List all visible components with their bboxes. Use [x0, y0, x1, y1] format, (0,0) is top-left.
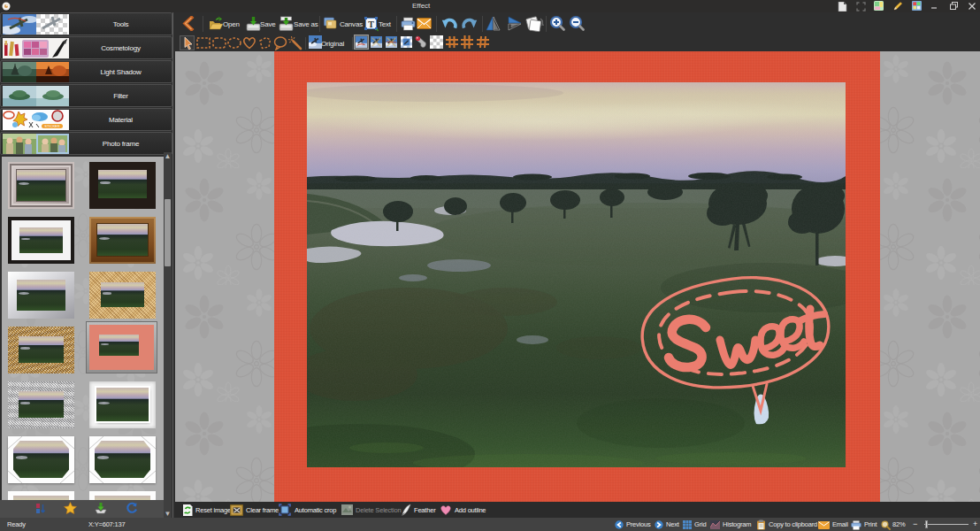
svg-text:T: T	[368, 19, 374, 29]
svg-text:STICKER: STICKER	[44, 124, 59, 128]
